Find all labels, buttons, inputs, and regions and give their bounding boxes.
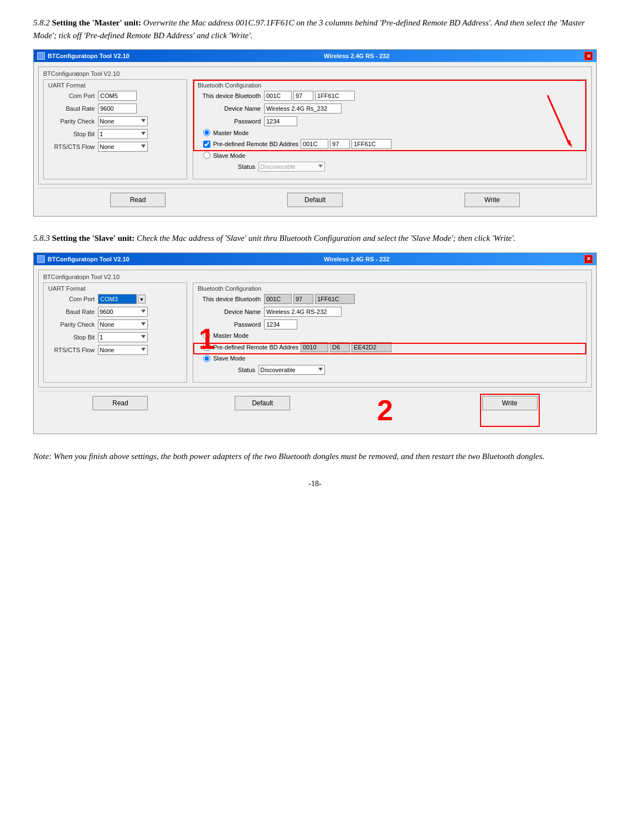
slave-devicename-label: Device Name	[198, 308, 264, 315]
master-stopbit-label: Stop Bit	[48, 131, 98, 137]
master-comport-input[interactable]	[98, 91, 137, 101]
master-slavemode-label: Slave Mode	[213, 152, 245, 159]
slave-parity-row: Parity Check None	[48, 319, 182, 329]
section-583-italic: Check the Mac address of 'Slave' unit th…	[137, 234, 515, 243]
slave-mastermode-label: Master Mode	[213, 332, 249, 339]
slave-inner-label: BTConfiguratopn Tool V2.10	[43, 274, 587, 280]
section-583-num: 5.8.3	[33, 234, 50, 243]
slave-parity-select[interactable]: None	[98, 319, 148, 329]
slave-baudrate-select[interactable]: 9600	[98, 307, 148, 317]
master-status-label: Status	[203, 163, 259, 170]
slave-mac-group	[264, 294, 355, 304]
master-mac1-input[interactable]	[264, 91, 292, 101]
master-slavemode-radio[interactable]	[203, 152, 210, 159]
slave-predefined-label: Pre-defined Remote BD Addres	[213, 344, 298, 351]
slave-write-wrapper: Write	[482, 396, 538, 425]
master-pre-mac-group	[301, 139, 391, 149]
slave-close-button[interactable]: ✕	[584, 255, 593, 264]
master-rtscts-select[interactable]: None	[98, 142, 148, 152]
master-password-row: Password	[198, 116, 582, 126]
slave-bt-title: Bluetooth Configuration	[198, 285, 582, 292]
master-mac2-input[interactable]	[293, 91, 313, 101]
slave-bluetooth-section: Bluetooth Configuration This device Blue…	[193, 282, 587, 383]
master-mastermode-label: Master Mode	[213, 130, 249, 136]
master-baudrate-label: Baud Rate	[48, 105, 98, 112]
master-main-content: UART Format Com Port Baud Rate Parity Ch…	[43, 79, 587, 179]
slave-stopbit-row: Stop Bit 1	[48, 332, 182, 342]
master-premac3-input[interactable]	[352, 139, 391, 149]
slave-slavemode-row: Slave Mode	[198, 355, 582, 362]
section-582-bold: Setting the 'Master' unit:	[52, 18, 141, 27]
master-tool-window: BTConfiguratopn Tool V2.10 Wireless 2.4G…	[33, 49, 597, 217]
master-read-button[interactable]: Read	[110, 193, 166, 207]
master-mastermode-row: Master Mode	[198, 129, 582, 136]
slave-comport-dropdown-icon[interactable]: ▼	[138, 295, 146, 303]
slave-thisdevice-row: This device Bluetooth	[198, 294, 582, 304]
master-close-button[interactable]: ✕	[584, 51, 593, 60]
master-predefined-label: Pre-defined Remote BD Addres	[213, 141, 298, 147]
master-inner-panel: BTConfiguratopn Tool V2.10 UART Format C…	[38, 66, 592, 184]
slave-predefined-row: Pre-defined Remote BD Addres	[198, 342, 582, 352]
slave-stopbit-select[interactable]: 1	[98, 332, 148, 342]
master-footer-buttons: Read Default Write	[38, 188, 592, 212]
master-password-label: Password	[198, 118, 264, 125]
master-thisdevice-label: This device Bluetooth	[198, 92, 264, 99]
slave-premac2-input[interactable]	[330, 342, 350, 352]
slave-comport-label: Com Port	[48, 296, 98, 302]
slave-slavemode-radio[interactable]	[203, 355, 210, 362]
master-status-row: Status Discoverable	[198, 162, 582, 172]
slave-read-button[interactable]: Read	[92, 396, 148, 410]
slave-status-row: Status Discoverable	[198, 365, 582, 375]
master-mac3-input[interactable]	[315, 91, 355, 101]
master-tool-body: BTConfiguratopn Tool V2.10 UART Format C…	[34, 62, 596, 216]
slave-comport-input[interactable]	[98, 294, 137, 304]
master-parity-label: Parity Check	[48, 118, 98, 125]
master-stopbit-row: Stop Bit 1	[48, 129, 182, 139]
master-premac1-input[interactable]	[301, 139, 328, 149]
slave-title-text: BTConfiguratopn Tool V2.10	[48, 256, 130, 262]
section-583-bold: Setting the 'Slave' unit:	[52, 234, 135, 243]
master-devicename-input[interactable]	[264, 104, 342, 114]
master-mac-group	[264, 91, 355, 101]
slave-tool-body: BTConfiguratopn Tool V2.10 UART Format C…	[34, 265, 596, 434]
master-predefined-row: Pre-defined Remote BD Addres	[198, 139, 582, 149]
slave-premac3-input[interactable]	[352, 342, 391, 352]
slave-premac1-input[interactable]	[301, 342, 328, 352]
slave-baudrate-row: Baud Rate 9600	[48, 307, 182, 317]
master-parity-select[interactable]: None	[98, 116, 148, 126]
master-predefined-checkbox[interactable]	[203, 141, 210, 148]
slave-predefined-checkbox[interactable]	[203, 343, 210, 351]
master-comport-row: Com Port	[48, 91, 182, 101]
slave-mastermode-radio[interactable]	[203, 332, 210, 339]
slave-rtscts-row: RTS/CTS Flow None	[48, 345, 182, 355]
slave-mac2-input[interactable]	[293, 294, 313, 304]
slave-write-button[interactable]: Write	[482, 396, 538, 410]
slave-pre-mac-group	[301, 342, 391, 352]
master-default-button[interactable]: Default	[287, 193, 343, 207]
master-status-select[interactable]: Discoverable	[259, 162, 325, 172]
master-baudrate-input[interactable]	[98, 104, 137, 114]
master-title-bar: BTConfiguratopn Tool V2.10 Wireless 2.4G…	[34, 50, 596, 62]
slave-password-input[interactable]	[264, 319, 297, 329]
master-uart-title: UART Format	[48, 82, 182, 89]
master-rtscts-row: RTS/CTS Flow None	[48, 142, 182, 152]
master-window-icon	[37, 52, 45, 60]
master-stopbit-select[interactable]: 1	[98, 129, 148, 139]
slave-mac1-input[interactable]	[264, 294, 292, 304]
slave-status-select[interactable]: Discoverable	[259, 365, 325, 375]
slave-devicename-input[interactable]	[264, 307, 342, 317]
note-text: Note: When you finish above settings, th…	[33, 450, 597, 463]
master-devicename-row: Device Name	[198, 104, 582, 114]
master-premac2-input[interactable]	[330, 139, 350, 149]
slave-tool-window: BTConfiguratopn Tool V2.10 Wireless 2.4G…	[33, 252, 597, 434]
master-mastermode-radio[interactable]	[203, 129, 210, 136]
master-inner-label: BTConfiguratopn Tool V2.10	[43, 70, 587, 77]
master-password-input[interactable]	[264, 116, 297, 126]
number-2-label: 2	[377, 396, 393, 425]
slave-rtscts-select[interactable]: None	[98, 345, 148, 355]
slave-mac3-input[interactable]	[315, 294, 355, 304]
slave-default-button[interactable]: Default	[235, 396, 290, 410]
master-parity-row: Parity Check None	[48, 116, 182, 126]
master-title-left: BTConfiguratopn Tool V2.10	[37, 52, 130, 60]
master-write-button[interactable]: Write	[464, 193, 520, 207]
